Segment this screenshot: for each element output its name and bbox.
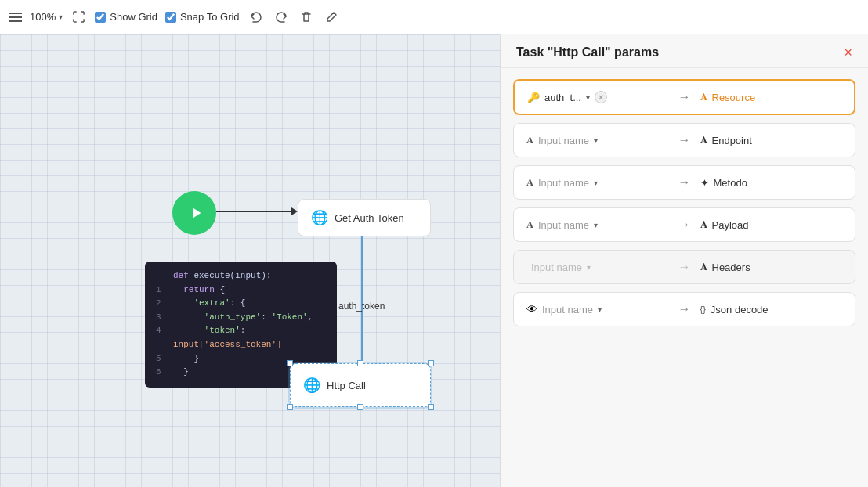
panel-body: 🔑 auth_t... ▾ ✕ → 𝐀 Resource 𝐀 Input nam… xyxy=(501,68,868,337)
payload-icon: 𝐀 xyxy=(700,218,707,231)
undo-button[interactable] xyxy=(248,9,265,26)
fullscreen-button[interactable] xyxy=(71,9,87,25)
svg-marker-0 xyxy=(193,208,201,218)
auth-token-label: auth_token xyxy=(338,301,385,312)
param-name-endpoint: Input name xyxy=(538,135,589,146)
json-decode-icon: {} xyxy=(700,305,706,314)
http-globe-icon: 🌐 xyxy=(303,377,320,394)
param-clear-resource[interactable]: ✕ xyxy=(595,91,607,103)
snap-to-grid-label: Snap To Grid xyxy=(180,11,240,23)
param-arrow-endpoint: → xyxy=(678,133,691,147)
redo-button[interactable] xyxy=(273,9,290,26)
resource-label: Resource xyxy=(712,92,756,103)
zoom-value: 100% xyxy=(30,11,56,23)
payload-label: Payload xyxy=(712,219,749,231)
endpoint-type-icon: 𝐀 xyxy=(526,134,533,146)
headers-label: Headers xyxy=(712,262,750,273)
metodo-label: Metodo xyxy=(714,177,747,189)
param-right-payload: 𝐀 Payload xyxy=(700,218,843,231)
param-arrow-resource: → xyxy=(678,90,691,104)
menu-icon[interactable] xyxy=(9,13,22,22)
param-name-payload: Input name xyxy=(538,219,589,231)
payload-type-icon: 𝐀 xyxy=(526,218,533,231)
canvas[interactable]: 🌐 Get Auth Token def execute(input): 1 r… xyxy=(0,34,500,487)
param-right-headers: 𝐀 Headers xyxy=(700,261,843,273)
param-row-endpoint[interactable]: 𝐀 Input name ▾ → 𝐀 Endpoint xyxy=(513,123,855,157)
toolbar: 100% ▾ Show Grid Snap To Grid xyxy=(0,0,868,34)
param-left-metodo: 𝐀 Input name ▾ xyxy=(526,176,669,189)
param-name-headers: Input name xyxy=(531,262,582,273)
handle-tl[interactable] xyxy=(287,360,293,366)
param-right-json-decode: {} Json decode xyxy=(700,304,843,316)
start-node[interactable] xyxy=(172,191,216,235)
key-icon: 🔑 xyxy=(527,92,540,103)
param-dropdown-payload[interactable]: ▾ xyxy=(594,221,598,229)
param-right-endpoint: 𝐀 Endpoint xyxy=(700,134,843,146)
param-row-metodo[interactable]: 𝐀 Input name ▾ → ✦ Metodo xyxy=(513,165,855,200)
param-dropdown-headers[interactable]: ▾ xyxy=(587,263,591,272)
param-dropdown-endpoint[interactable]: ▾ xyxy=(594,136,598,145)
arrow-start-to-auth xyxy=(216,211,298,212)
zoom-dropdown-icon[interactable]: ▾ xyxy=(59,13,63,21)
headers-icon: 𝐀 xyxy=(700,261,707,273)
eye-icon: 👁 xyxy=(526,303,537,316)
zoom-display: 100% ▾ xyxy=(30,11,63,23)
param-left-json-decode: 👁 Input name ▾ xyxy=(526,303,669,316)
metodo-icon: ✦ xyxy=(700,177,709,189)
param-name-json-decode: Input name xyxy=(542,304,593,316)
http-call-node[interactable]: 🌐 Http Call xyxy=(290,363,431,407)
panel-close-button[interactable]: × xyxy=(844,45,852,60)
json-decode-label: Json decode xyxy=(711,304,769,316)
param-row-headers[interactable]: Input name ▾ → 𝐀 Headers xyxy=(513,250,855,284)
show-grid-label: Show Grid xyxy=(110,11,157,23)
param-row-resource[interactable]: 🔑 auth_t... ▾ ✕ → 𝐀 Resource xyxy=(513,79,855,115)
param-left-resource: 🔑 auth_t... ▾ ✕ xyxy=(527,91,669,103)
connection-line xyxy=(361,236,363,363)
param-left-payload: 𝐀 Input name ▾ xyxy=(526,218,669,231)
param-left-endpoint: 𝐀 Input name ▾ xyxy=(526,134,669,146)
show-grid-toggle[interactable]: Show Grid xyxy=(95,11,157,23)
param-arrow-headers: → xyxy=(678,260,691,274)
snap-to-grid-toggle[interactable]: Snap To Grid xyxy=(165,11,240,23)
get-auth-node[interactable]: 🌐 Get Auth Token xyxy=(298,199,431,236)
globe-icon: 🌐 xyxy=(311,209,328,226)
param-row-json-decode[interactable]: 👁 Input name ▾ → {} Json decode xyxy=(513,292,855,326)
http-call-label: Http Call xyxy=(327,380,366,391)
resource-type-icon: 𝐀 xyxy=(700,91,707,103)
endpoint-icon: 𝐀 xyxy=(700,134,707,146)
param-dropdown-json-decode[interactable]: ▾ xyxy=(598,305,602,314)
handle-bm[interactable] xyxy=(357,404,363,410)
edit-button[interactable] xyxy=(323,9,340,26)
param-arrow-payload: → xyxy=(678,218,691,232)
handle-tr[interactable] xyxy=(428,360,434,366)
panel-title: Task "Http Call" params xyxy=(516,45,659,60)
endpoint-label: Endpoint xyxy=(712,135,752,146)
param-dropdown-resource[interactable]: ▾ xyxy=(586,93,590,102)
param-dropdown-metodo[interactable]: ▾ xyxy=(594,179,598,187)
param-arrow-json-decode: → xyxy=(678,302,691,316)
snap-to-grid-checkbox[interactable] xyxy=(165,12,176,23)
handle-br[interactable] xyxy=(428,404,434,410)
show-grid-checkbox[interactable] xyxy=(95,12,106,23)
metodo-type-icon: 𝐀 xyxy=(526,176,533,189)
param-arrow-metodo: → xyxy=(678,175,691,189)
param-name-resource: auth_t... xyxy=(544,92,581,103)
param-right-resource: 𝐀 Resource xyxy=(700,91,842,103)
delete-button[interactable] xyxy=(298,9,315,26)
param-name-metodo: Input name xyxy=(538,177,589,189)
main-layout: 🌐 Get Auth Token def execute(input): 1 r… xyxy=(0,34,868,487)
handle-bl[interactable] xyxy=(287,404,293,410)
right-panel: Task "Http Call" params × 🔑 auth_t... ▾ … xyxy=(500,34,868,487)
panel-header: Task "Http Call" params × xyxy=(501,34,868,68)
param-left-headers: Input name ▾ xyxy=(526,262,669,273)
get-auth-label: Get Auth Token xyxy=(335,212,404,224)
param-right-metodo: ✦ Metodo xyxy=(700,177,843,189)
param-row-payload[interactable]: 𝐀 Input name ▾ → 𝐀 Payload xyxy=(513,207,855,242)
handle-tm[interactable] xyxy=(357,360,363,366)
